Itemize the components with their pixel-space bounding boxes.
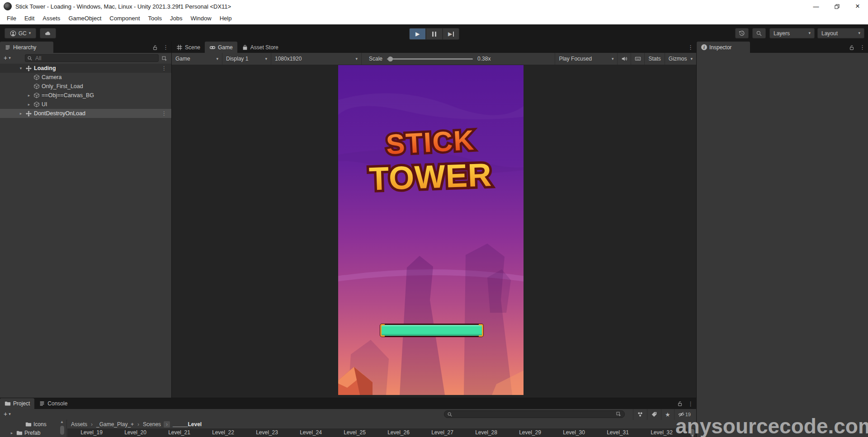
item-options-icon[interactable]: ⋮ [161, 110, 167, 117]
filter-type-button[interactable] [633, 409, 647, 420]
tab-hierarchy[interactable]: Hierarchy [0, 42, 53, 53]
item-options-icon[interactable]: ⋮ [161, 65, 167, 71]
breadcrumb-item-scenes[interactable]: Scenes [143, 421, 161, 428]
menu-jobs[interactable]: Jobs [166, 13, 186, 24]
breadcrumb-item--level[interactable]: _____Level [173, 421, 202, 428]
tab-inspector[interactable]: i Inspector [697, 42, 750, 53]
stats-button[interactable]: Stats [644, 53, 664, 65]
slider-knob[interactable] [388, 56, 393, 61]
create-asset-button[interactable]: + ▾ [4, 410, 11, 418]
asset-level-27[interactable]: Level_27 [420, 429, 464, 436]
cloud-button[interactable] [40, 28, 56, 38]
menu-component[interactable]: Component [105, 13, 144, 24]
tab-label: Inspector [709, 44, 731, 51]
project-search-input[interactable] [454, 411, 614, 418]
layers-dropdown[interactable]: Layers ▾ [769, 28, 815, 38]
expand-arrow-icon[interactable]: ▾ [18, 66, 24, 70]
scrollbar-thumb[interactable] [60, 426, 64, 435]
scroll-up-icon[interactable]: ▲ [60, 420, 64, 424]
hierarchy-search[interactable] [25, 54, 159, 62]
hierarchy-item-camera[interactable]: Camera [0, 73, 171, 82]
asset-level-30[interactable]: Level_30 [552, 429, 596, 436]
folder-item-icons[interactable]: Icons [0, 420, 66, 428]
tab-console[interactable]: Console [34, 398, 72, 409]
scale-slider[interactable] [387, 58, 473, 60]
tab-game[interactable]: Game [205, 42, 237, 53]
asset-level-20[interactable]: Level_20 [113, 429, 157, 436]
hierarchy-item-ui[interactable]: ▸UI [0, 100, 171, 109]
lock-icon[interactable] [849, 44, 855, 51]
hierarchy-item-loading[interactable]: ▾Loading⋮ [0, 64, 171, 73]
undo-history-button[interactable] [735, 28, 749, 38]
create-object-button[interactable]: + ▾ [4, 54, 11, 61]
account-button[interactable]: GC ▾ [5, 28, 36, 38]
play-focused-dropdown[interactable]: Play Focused ▾ [555, 53, 617, 65]
asset-level-28[interactable]: Level_28 [464, 429, 508, 436]
vsync-button[interactable] [631, 53, 644, 65]
asset-level-24[interactable]: Level_24 [289, 429, 333, 436]
scene-icon [25, 110, 32, 117]
game-mode-dropdown[interactable]: Game ▾ [172, 53, 222, 65]
layout-dropdown[interactable]: Layout ▾ [817, 28, 864, 38]
menu-gameobject[interactable]: GameObject [64, 13, 105, 24]
panel-menu-icon[interactable]: ⋮ [859, 44, 865, 50]
resolution-label: 1080x1920 [275, 56, 302, 62]
minimize-button[interactable]: — [806, 0, 826, 13]
person-icon [10, 30, 16, 37]
menu-assets[interactable]: Assets [38, 13, 64, 24]
asset-level-26[interactable]: Level_26 [377, 429, 420, 436]
hierarchy-item-dontdestroyonload[interactable]: ▸DontDestroyOnLoad⋮ [0, 109, 171, 118]
breadcrumb-item-assets[interactable]: Assets [71, 421, 87, 428]
asset-level-25[interactable]: Level_25 [333, 429, 377, 436]
asset-level-21[interactable]: Level_21 [157, 429, 201, 436]
resolution-dropdown[interactable]: 1080x1920 ▾ [271, 53, 362, 65]
mute-audio-button[interactable] [617, 53, 631, 65]
picker-icon[interactable] [161, 56, 168, 62]
menu-window[interactable]: Window [186, 13, 215, 24]
tab-scene[interactable]: Scene [172, 42, 205, 53]
hierarchy-item--obj-canvas-bg[interactable]: ▸==Obj==Canvas_BG [0, 91, 171, 100]
cube-icon [33, 101, 40, 108]
hierarchy-item-only-first-load[interactable]: Only_First_Load [0, 82, 171, 91]
display-dropdown[interactable]: Display 1 ▾ [222, 53, 271, 65]
gizmos-dropdown[interactable]: Gizmos ▾ [665, 53, 696, 65]
hierarchy-search-input[interactable] [34, 55, 156, 62]
lock-icon[interactable] [677, 400, 683, 407]
menu-tools[interactable]: Tools [144, 13, 166, 24]
search-all-button[interactable] [752, 28, 766, 38]
restore-button[interactable] [826, 0, 847, 13]
hierarchy-panel: Hierarchy ⋮ + ▾ ▾Loading⋮CameraOnly_Firs… [0, 42, 172, 398]
asset-level-19[interactable]: Level_19 [70, 429, 113, 436]
step-button[interactable]: ▶ [443, 28, 459, 40]
project-search[interactable] [444, 410, 625, 418]
close-button[interactable]: × [847, 0, 868, 13]
menu-edit[interactable]: Edit [20, 13, 38, 24]
folder-item-prefab[interactable]: ▸Prefab [0, 428, 66, 437]
asset-level-29[interactable]: Level_29 [508, 429, 552, 436]
bar-cap-right [479, 324, 483, 337]
asset-level-23[interactable]: Level_23 [245, 429, 289, 436]
panel-menu-icon[interactable]: ⋮ [688, 44, 693, 50]
expand-arrow-icon[interactable]: ▸ [26, 93, 32, 98]
filter-label-button[interactable] [647, 409, 661, 420]
expand-arrow-icon[interactable]: ▸ [18, 111, 24, 116]
panel-menu-icon[interactable]: ⋮ [688, 401, 693, 407]
breadcrumb-item--game-play-[interactable]: _Game_Play_+ [96, 421, 134, 428]
breadcrumb-separator-icon: › [164, 421, 170, 428]
panel-menu-icon[interactable]: ⋮ [163, 44, 169, 50]
picker-icon[interactable] [616, 411, 622, 417]
expand-arrow-icon[interactable]: ▸ [9, 431, 14, 435]
menu-file[interactable]: File [3, 13, 20, 24]
expand-arrow-icon[interactable]: ▸ [26, 102, 32, 107]
asset-level-31[interactable]: Level_31 [596, 429, 640, 436]
folder-tree-scrollbar[interactable]: ▲ [59, 420, 65, 437]
favorites-button[interactable]: ★ [661, 409, 674, 420]
play-button[interactable]: ▶ [409, 28, 426, 40]
breadcrumb-separator-icon: › [90, 421, 94, 428]
tab-project[interactable]: Project [0, 398, 34, 409]
lock-icon[interactable] [152, 44, 158, 51]
asset-level-22[interactable]: Level_22 [201, 429, 245, 436]
tab-asset-store[interactable]: Asset Store [237, 42, 283, 53]
menu-help[interactable]: Help [216, 13, 236, 24]
pause-button[interactable] [426, 28, 443, 40]
